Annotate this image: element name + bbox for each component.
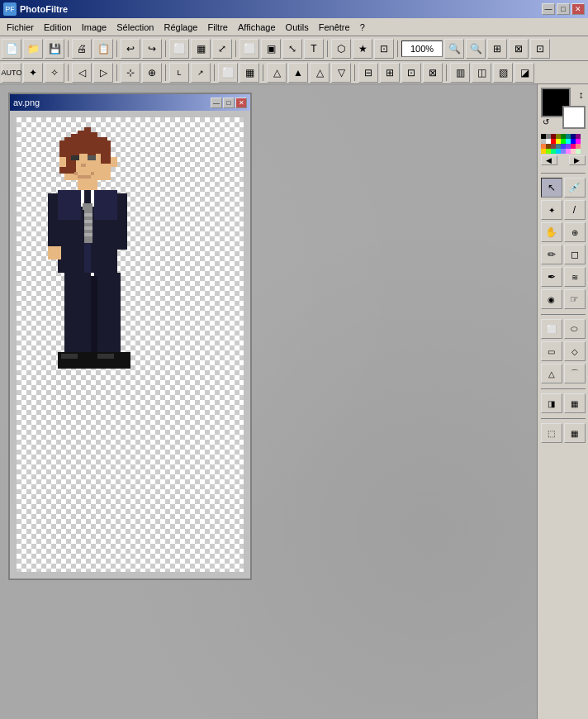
rectangle-tool-button[interactable]: ⬜ — [541, 319, 562, 339]
tb2-t1[interactable]: ✦ — [23, 63, 43, 83]
fill-tool-button[interactable]: ◨ — [541, 393, 562, 413]
tb2-t7[interactable]: L — [169, 63, 189, 83]
svg-rect-27 — [84, 233, 92, 236]
undo-button[interactable]: ↩ — [121, 39, 140, 59]
tool-row-4: ✏ ◻ — [541, 245, 586, 264]
ellipse-tool-button[interactable]: ⬭ — [564, 319, 586, 339]
menu-filtre[interactable]: Filtre — [202, 21, 232, 34]
tb2-t22[interactable]: ◪ — [514, 63, 534, 83]
tb-tool1[interactable]: ⬜ — [239, 39, 259, 59]
gradient-tool-button[interactable]: ▦ — [564, 393, 586, 413]
pen-tool-button[interactable]: ✒ — [541, 267, 562, 287]
palette-color-cell[interactable] — [576, 149, 581, 154]
tb2-t18[interactable]: ⊠ — [423, 63, 443, 83]
diamond-tool-button[interactable]: ◇ — [564, 341, 586, 361]
tb2-t12[interactable]: ▲ — [288, 63, 308, 83]
reset-colors-icon[interactable]: ↺ — [543, 117, 552, 127]
doc-maximize-button[interactable]: □ — [223, 98, 235, 108]
brush-tool-button[interactable]: ✏ — [541, 245, 562, 264]
tb2-t20[interactable]: ◫ — [472, 63, 491, 83]
tb2-t13[interactable]: △ — [310, 63, 330, 83]
line-tool-button[interactable]: / — [564, 200, 586, 220]
pan-tool-button[interactable]: ✋ — [541, 222, 562, 242]
copy-button[interactable]: ⬜ — [169, 39, 189, 59]
tb2-t8[interactable]: ↗ — [191, 63, 211, 83]
swap-colors-icon[interactable]: ↕ — [579, 89, 584, 101]
palette-right-arrow[interactable]: ▶ — [569, 155, 586, 165]
document-title: av.png — [13, 98, 40, 107]
menu-fichier[interactable]: Fichier — [2, 21, 39, 34]
eyedropper-tool-button[interactable]: 💉 — [564, 178, 586, 198]
paste-button[interactable]: ▦ — [191, 39, 211, 59]
blur-tool-button[interactable]: ◉ — [541, 289, 562, 309]
magic-wand-tool-button[interactable]: ✦ — [541, 200, 562, 220]
background-color[interactable] — [562, 106, 586, 129]
tb-extra2[interactable]: ⊠ — [509, 39, 529, 59]
tb2-t11[interactable]: △ — [267, 63, 287, 83]
triangle-tool-button[interactable]: △ — [541, 364, 562, 383]
tb2-t21[interactable]: ▧ — [493, 63, 513, 83]
lasso-tool-button[interactable]: ⌒ — [564, 364, 586, 383]
print2-button[interactable]: 📋 — [93, 39, 113, 59]
close-button[interactable]: ✕ — [571, 3, 585, 15]
menu-reglage[interactable]: Réglage — [159, 21, 203, 34]
shape-row-1: ⬜ ⬭ — [541, 319, 586, 339]
tb2-t2[interactable]: ✧ — [45, 63, 64, 83]
tool-divider-1 — [541, 173, 586, 174]
zoom-out-button[interactable]: 🔍 — [444, 39, 464, 59]
smudge-tool-button[interactable]: ≋ — [564, 267, 586, 287]
select-tool-button[interactable]: ↖ — [541, 178, 562, 198]
tb-tool5[interactable]: ⬡ — [331, 39, 351, 59]
open-button[interactable]: 📁 — [23, 39, 43, 59]
tb2-t9[interactable]: ⬜ — [218, 63, 238, 83]
toolbar-separator-5 — [327, 40, 328, 57]
rounded-rect-tool-button[interactable]: ▭ — [541, 341, 562, 361]
menu-bar: Fichier Edition Image Sélection Réglage … — [0, 18, 588, 36]
resize-button[interactable]: ⤢ — [212, 39, 232, 59]
document-canvas[interactable] — [10, 111, 250, 579]
eraser-tool-button[interactable]: ◻ — [564, 245, 586, 264]
marquee1-tool-button[interactable]: ⬚ — [541, 423, 562, 443]
tb2-auto[interactable]: AUTO — [2, 63, 21, 83]
clone-tool-button[interactable]: ⊕ — [564, 222, 586, 242]
save-button[interactable]: 💾 — [45, 39, 64, 59]
tb-tool7[interactable]: ⊡ — [374, 39, 394, 59]
tb-extra1[interactable]: ⊞ — [487, 39, 507, 59]
tb-tool2[interactable]: ▣ — [261, 39, 281, 59]
menu-fenetre[interactable]: Fenêtre — [314, 21, 355, 34]
new-button[interactable]: 📄 — [2, 39, 21, 59]
toolbar2-sep4 — [214, 64, 215, 81]
zoom-input[interactable] — [401, 40, 443, 57]
menu-outils[interactable]: Outils — [281, 21, 314, 34]
tb-tool3[interactable]: ⤡ — [282, 39, 302, 59]
menu-edition[interactable]: Edition — [39, 21, 77, 34]
menu-affichage[interactable]: Affichage — [233, 21, 281, 34]
marquee2-tool-button[interactable]: ▦ — [564, 423, 586, 443]
tb-extra3[interactable]: ⊡ — [530, 39, 550, 59]
tb2-t17[interactable]: ⊡ — [401, 63, 421, 83]
redo-button[interactable]: ↪ — [142, 39, 162, 59]
tb2-t4[interactable]: ▷ — [93, 63, 113, 83]
maximize-button[interactable]: □ — [557, 3, 570, 15]
tb2-t19[interactable]: ▥ — [450, 63, 470, 83]
doc-close-button[interactable]: ✕ — [235, 98, 247, 108]
tb2-t10[interactable]: ▦ — [239, 63, 259, 83]
menu-selection[interactable]: Sélection — [111, 21, 159, 34]
print-button[interactable]: 🖨 — [72, 39, 92, 59]
tb2-t15[interactable]: ⊟ — [358, 63, 378, 83]
menu-help[interactable]: ? — [355, 21, 370, 34]
zoom-in-button[interactable]: 🔍 — [466, 39, 486, 59]
tb-tool6[interactable]: ★ — [353, 39, 372, 59]
tb2-t6[interactable]: ⊕ — [142, 63, 162, 83]
tb-tool4[interactable]: T — [304, 39, 324, 59]
menu-image[interactable]: Image — [77, 21, 112, 34]
document-title-bar: av.png — □ ✕ — [10, 94, 250, 111]
tb2-t16[interactable]: ⊞ — [380, 63, 400, 83]
tb2-t3[interactable]: ◁ — [72, 63, 92, 83]
tb2-t5[interactable]: ⊹ — [121, 63, 140, 83]
finger-tool-button[interactable]: ☞ — [564, 289, 586, 309]
palette-left-arrow[interactable]: ◀ — [541, 155, 557, 165]
tb2-t14[interactable]: ▽ — [331, 63, 351, 83]
doc-minimize-button[interactable]: — — [211, 98, 222, 108]
minimize-button[interactable]: — — [542, 3, 555, 15]
